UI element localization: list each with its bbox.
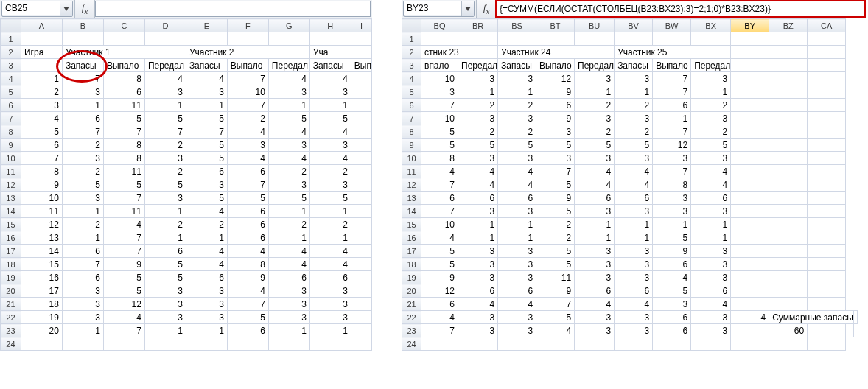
cell[interactable]: 3 xyxy=(615,311,653,324)
cell[interactable] xyxy=(808,284,846,298)
cell[interactable] xyxy=(186,337,227,351)
cell[interactable] xyxy=(351,231,371,245)
row-header[interactable]: 11 xyxy=(1,165,21,178)
row-header[interactable]: 19 xyxy=(1,271,21,284)
cell[interactable]: 5 xyxy=(144,178,186,192)
cell[interactable]: 18 xyxy=(21,298,62,311)
cell[interactable]: Запасы xyxy=(309,59,351,72)
cell[interactable] xyxy=(691,32,731,46)
cell[interactable]: 2 xyxy=(458,99,498,112)
cell[interactable]: 4 xyxy=(691,178,731,192)
cell[interactable]: 5 xyxy=(268,192,309,205)
cell[interactable]: 3 xyxy=(575,112,615,125)
cell[interactable]: 9 xyxy=(421,271,458,284)
cell[interactable] xyxy=(62,337,103,351)
column-header[interactable]: D xyxy=(144,19,186,32)
cell[interactable] xyxy=(731,72,769,85)
cell[interactable]: 4 xyxy=(691,298,731,311)
cell[interactable]: 3 xyxy=(309,139,351,152)
cell[interactable] xyxy=(731,85,769,99)
cell[interactable]: 5 xyxy=(653,231,691,245)
cell[interactable] xyxy=(351,192,371,205)
cell[interactable] xyxy=(808,231,846,245)
cell[interactable] xyxy=(309,32,351,46)
cell[interactable]: 4 xyxy=(268,245,309,258)
cell[interactable]: Игра xyxy=(21,46,62,59)
cell[interactable] xyxy=(769,258,808,271)
cell[interactable]: 6 xyxy=(144,245,186,258)
cell[interactable]: 1 xyxy=(575,218,615,231)
cell[interactable]: 2 xyxy=(575,125,615,139)
cell[interactable]: 5 xyxy=(227,192,268,205)
cell[interactable]: Запасы xyxy=(62,59,103,72)
cell[interactable]: 6 xyxy=(227,165,268,178)
fx-button[interactable]: fx xyxy=(74,0,95,18)
sum-value[interactable]: 60 xyxy=(769,324,808,337)
cell[interactable]: 6 xyxy=(421,192,458,205)
cell[interactable] xyxy=(536,337,575,351)
cell[interactable]: 1 xyxy=(186,99,227,112)
cell[interactable] xyxy=(808,192,846,205)
cell[interactable]: 2 xyxy=(309,218,351,231)
row-header[interactable]: 3 xyxy=(402,59,421,72)
cell[interactable]: 4 xyxy=(615,165,653,178)
cell[interactable]: 3 xyxy=(575,271,615,284)
cell[interactable]: 5 xyxy=(186,192,227,205)
cell[interactable]: 6 xyxy=(575,192,615,205)
cell[interactable]: 9 xyxy=(536,85,575,99)
cell[interactable]: 5 xyxy=(498,139,536,152)
cell[interactable] xyxy=(351,324,371,337)
row-header[interactable]: 5 xyxy=(1,85,21,99)
cell[interactable]: 6 xyxy=(186,165,227,178)
cell[interactable]: 7 xyxy=(103,245,144,258)
cell[interactable]: 3 xyxy=(691,324,731,337)
cell[interactable]: 9 xyxy=(536,284,575,298)
cell[interactable]: 6 xyxy=(653,258,691,271)
cell[interactable]: 5 xyxy=(421,258,458,271)
cell[interactable] xyxy=(653,32,691,46)
cell[interactable]: 5 xyxy=(458,139,498,152)
cell[interactable] xyxy=(268,32,309,46)
cell[interactable]: 3 xyxy=(186,284,227,298)
cell[interactable]: 3 xyxy=(268,284,309,298)
name-box[interactable] xyxy=(2,1,60,15)
cell[interactable]: 2 xyxy=(144,165,186,178)
cell[interactable]: 3 xyxy=(575,72,615,85)
cell[interactable]: 7 xyxy=(144,125,186,139)
cell[interactable]: 4 xyxy=(186,258,227,271)
cell[interactable]: 14 xyxy=(21,245,62,258)
column-header[interactable]: E xyxy=(186,19,227,32)
cell[interactable]: 3 xyxy=(62,152,103,165)
cell[interactable]: 4 xyxy=(103,311,144,324)
cell[interactable]: 10 xyxy=(227,85,268,99)
cell[interactable]: 6 xyxy=(498,192,536,205)
cell[interactable] xyxy=(808,258,846,271)
cell[interactable]: 5 xyxy=(536,205,575,218)
cell[interactable]: 3 xyxy=(62,311,103,324)
cell[interactable]: 4 xyxy=(309,152,351,165)
cell[interactable]: 2 xyxy=(268,218,309,231)
cell[interactable]: 6 xyxy=(575,284,615,298)
cell[interactable]: 4 xyxy=(227,284,268,298)
cell[interactable]: 3 xyxy=(575,245,615,258)
row-header[interactable]: 18 xyxy=(1,258,21,271)
cell[interactable]: 6 xyxy=(536,99,575,112)
cell[interactable]: 7 xyxy=(227,99,268,112)
name-box-dropdown-icon[interactable] xyxy=(60,1,72,16)
cell[interactable]: 4 xyxy=(691,165,731,178)
cell[interactable]: 3 xyxy=(691,152,731,165)
cell[interactable]: 3 xyxy=(691,112,731,125)
cell[interactable] xyxy=(731,178,769,192)
cell[interactable]: 4 xyxy=(186,245,227,258)
cell[interactable] xyxy=(769,139,808,152)
row-header[interactable]: 9 xyxy=(402,139,421,152)
column-header[interactable]: BW xyxy=(653,19,691,32)
cell[interactable] xyxy=(808,99,846,112)
cell[interactable] xyxy=(575,32,615,46)
cell[interactable] xyxy=(731,192,769,205)
cell[interactable]: 1 xyxy=(62,324,103,337)
cell[interactable] xyxy=(769,245,808,258)
row-header[interactable]: 4 xyxy=(402,72,421,85)
cell[interactable]: 1 xyxy=(575,85,615,99)
cell[interactable]: 8 xyxy=(21,165,62,178)
